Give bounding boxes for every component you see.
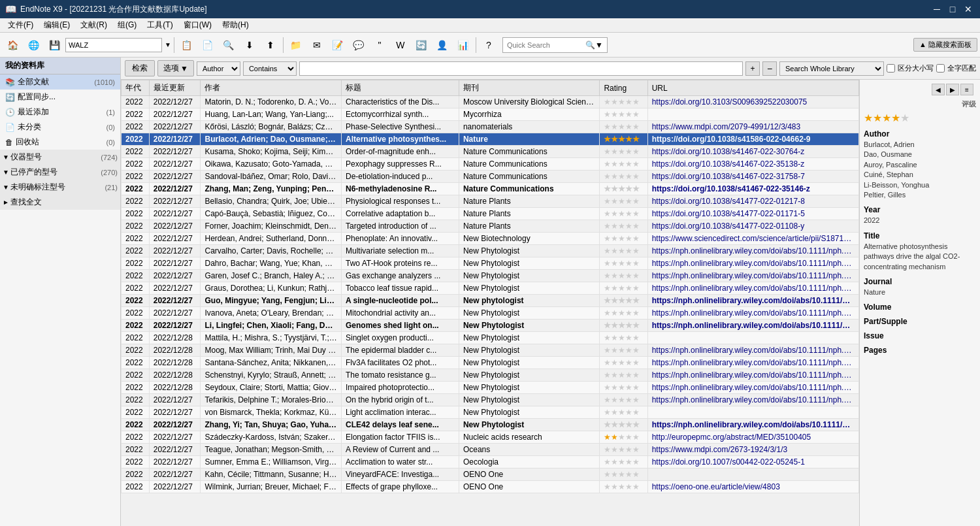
search-condition-select[interactable]: Contains Is Starts with <box>243 61 297 76</box>
toolbar-btn-9[interactable]: 📁 <box>286 35 306 55</box>
rating-cell[interactable]: ★★★★★ <box>600 307 647 320</box>
menu-item[interactable]: 编辑(E) <box>39 18 75 32</box>
sidebar-item[interactable]: 📄 未分类 (0) <box>0 120 120 135</box>
rating-cell[interactable]: ★★★★★ <box>600 171 647 183</box>
menu-item[interactable]: 文献(R) <box>75 18 112 32</box>
walz-dropdown-arrow[interactable]: ▼ <box>165 41 171 48</box>
rating-cell[interactable]: ★★★★★ <box>600 220 647 233</box>
table-row[interactable]: 20222022/12/27Carvalho, Carter; Davis, R… <box>122 245 859 257</box>
rating-cell[interactable]: ★★★★★ <box>600 456 647 468</box>
rating-cell[interactable]: ★★★★★ <box>600 270 647 282</box>
search-dropdown-arrow[interactable]: ▼ <box>595 41 603 50</box>
table-row[interactable]: 20222022/12/27Herdean, Andrei; Sutherlan… <box>122 233 859 245</box>
table-row[interactable]: 20222022/12/27Szádeczky-Kardoss, István;… <box>122 431 859 444</box>
toolbar-btn-3[interactable]: 💾 <box>44 35 64 55</box>
table-row[interactable]: 20222022/12/27Zhang, Yi; Tan, Shuya; Gao… <box>122 419 859 431</box>
toolbar-btn-8[interactable]: ⬆ <box>261 35 280 55</box>
toolbar-btn-help[interactable]: ? <box>479 35 498 55</box>
rating-cell[interactable]: ★★★★★ <box>600 406 647 419</box>
sidebar-group[interactable]: ▼ 仪器型号 (724) <box>0 150 120 165</box>
rating-cell[interactable]: ★★★★★ <box>600 282 647 295</box>
rating-cell[interactable]: ★★★★★ <box>600 121 647 133</box>
rating-cell[interactable]: ★★★★★ <box>600 444 647 456</box>
table-row[interactable]: 20222022/12/27Huang, Lan-Lan; Wang, Yan-… <box>122 108 859 121</box>
table-row[interactable]: 20222022/12/28Moog, Max William; Trinh, … <box>122 344 859 357</box>
toolbar-btn-7[interactable]: ⬇ <box>240 35 259 55</box>
table-row[interactable]: 20222022/12/27Zhang, Man; Zeng, Yunping;… <box>122 183 859 195</box>
sidebar-group[interactable]: ▼ 未明确标注型号 (21) <box>0 180 120 195</box>
case-checkbox[interactable] <box>887 64 895 73</box>
table-row[interactable]: 20222022/12/27Ivanova, Aneta; O'Leary, B… <box>122 307 859 320</box>
table-row[interactable]: 20222022/12/27Bellasio, Chandra; Quirk, … <box>122 195 859 208</box>
rating-cell[interactable]: ★★★★★ <box>600 233 647 245</box>
table-row[interactable]: 20222022/12/28Mattila, H.; Mishra, S.; T… <box>122 332 859 344</box>
table-row[interactable]: 20222022/12/27Capó-Bauçà, Sebastià; Iñig… <box>122 208 859 220</box>
search-field-select[interactable]: Author Title Year Journal <box>197 61 240 76</box>
table-row[interactable]: 20222022/12/27Burlacot, Adrien; Dao, Ous… <box>122 133 859 146</box>
rating-cell[interactable]: ★★★★★ <box>600 183 647 195</box>
toolbar-btn-6[interactable]: 🔍 <box>219 35 238 55</box>
table-row[interactable]: 20222022/12/28Santana-Sánchez, Anita; Ni… <box>122 357 859 369</box>
toolbar-btn-2[interactable]: 🌐 <box>24 35 43 55</box>
select-button[interactable]: 选项 ▼ <box>157 60 194 76</box>
table-row[interactable]: 20222022/12/27Kahn, Cécile; Tittmann, Su… <box>122 468 859 481</box>
toolbar-btn-11[interactable]: 📝 <box>328 35 348 55</box>
table-header-cell[interactable]: 最近更新 <box>149 80 201 96</box>
table-row[interactable]: 20222022/12/27Teague, Jonathan; Megson-S… <box>122 444 859 456</box>
rating-cell[interactable]: ★★★★★ <box>600 431 647 444</box>
table-row[interactable]: 20222022/12/27Tefarikis, Delphine T.; Mo… <box>122 394 859 406</box>
sidebar-item[interactable]: 🗑 回收站 (0) <box>0 135 120 150</box>
table-header-cell[interactable]: Rating <box>600 80 647 96</box>
table-header-cell[interactable]: 年代 <box>122 80 150 96</box>
rating-cell[interactable]: ★★★★★ <box>600 419 647 431</box>
sidebar-group[interactable]: ► 查找全文 <box>0 195 120 210</box>
rating-cell[interactable]: ★★★★★ <box>600 369 647 382</box>
minimize-button[interactable]: ─ <box>930 4 943 14</box>
rating-cell[interactable]: ★★★★★ <box>600 382 647 394</box>
table-row[interactable]: 20222022/12/27Kőrösi, László; Bognár, Ba… <box>122 121 859 133</box>
rating-cell[interactable]: ★★★★★ <box>600 133 647 146</box>
table-row[interactable]: 20222022/12/27Wilmink, Jurrian; Breuer, … <box>122 481 859 493</box>
table-row[interactable]: 20222022/12/28Schenstnyi, Kyrylo; Strauß… <box>122 369 859 382</box>
search-library-select[interactable]: Search Whole Library <box>779 61 884 76</box>
table-row[interactable]: 20222022/12/27von Bismarck, Thekla; Kork… <box>122 406 859 419</box>
table-row[interactable]: 20222022/12/28Seydoux, Claire; Storti, M… <box>122 382 859 394</box>
toolbar-btn-1[interactable]: 🏠 <box>3 35 22 55</box>
rating-cell[interactable]: ★★★★★ <box>600 295 647 307</box>
menu-item[interactable]: 文件(F) <box>3 18 39 32</box>
toolbar-btn-13[interactable]: " <box>370 35 389 55</box>
toolbar-btn-17[interactable]: 📊 <box>453 35 473 55</box>
walz-input[interactable] <box>65 38 162 52</box>
menu-item[interactable]: 工具(T) <box>142 18 178 32</box>
hide-panel-button[interactable]: ▲ 隐藏搜索面板 <box>913 38 977 52</box>
table-row[interactable]: 20222022/12/27Li, Lingfei; Chen, Xiaoli;… <box>122 320 859 332</box>
table-row[interactable]: 20222022/12/27Matorin, D. N.; Todorenko,… <box>122 96 859 108</box>
table-header-cell[interactable]: 标题 <box>341 80 459 96</box>
toolbar-btn-5[interactable]: 📄 <box>198 35 218 55</box>
table-row[interactable]: 20222022/12/27Dahro, Bachar; Wang, Yue; … <box>122 257 859 270</box>
rating-cell[interactable]: ★★★★★ <box>600 344 647 357</box>
toolbar-btn-12[interactable]: 💬 <box>349 35 368 55</box>
table-row[interactable]: 20222022/12/27Forner, Joachim; Kleinschm… <box>122 220 859 233</box>
table-header-cell[interactable]: URL <box>647 80 858 96</box>
close-button[interactable]: ✕ <box>962 4 975 14</box>
sidebar-item[interactable]: 🔄 配置同步... <box>0 90 120 105</box>
rating-cell[interactable]: ★★★★★ <box>600 208 647 220</box>
rating-cell[interactable]: ★★★★★ <box>600 158 647 171</box>
menu-item[interactable]: 窗口(W) <box>178 18 217 32</box>
toolbar-btn-16[interactable]: 👤 <box>433 35 452 55</box>
rating-cell[interactable]: ★★★★★ <box>600 394 647 406</box>
quick-search-input[interactable] <box>507 41 585 49</box>
table-row[interactable]: 20222022/12/27Graus, Dorothea; Li, Kunku… <box>122 282 859 295</box>
search-value-input[interactable] <box>299 61 743 76</box>
rating-cell[interactable]: ★★★★★ <box>600 195 647 208</box>
table-row[interactable]: 20222022/12/27Kusama, Shoko; Kojima, Sei… <box>122 146 859 158</box>
exact-checkbox[interactable] <box>936 64 945 73</box>
nav-next-button[interactable]: ▶ <box>946 84 959 95</box>
ref-table-wrapper[interactable]: 年代最近更新作者标题期刊RatingURL 20222022/12/27Mato… <box>121 80 859 526</box>
search-remove-button[interactable]: − <box>762 61 777 76</box>
table-row[interactable]: 20222022/12/27Sumner, Emma E.; Williamso… <box>122 456 859 468</box>
toolbar-btn-14[interactable]: W <box>391 35 410 55</box>
sidebar-item[interactable]: 🕒 最近添加 (1) <box>0 105 120 120</box>
table-row[interactable]: 20222022/12/27Oikawa, Kazusato; Goto-Yam… <box>122 158 859 171</box>
